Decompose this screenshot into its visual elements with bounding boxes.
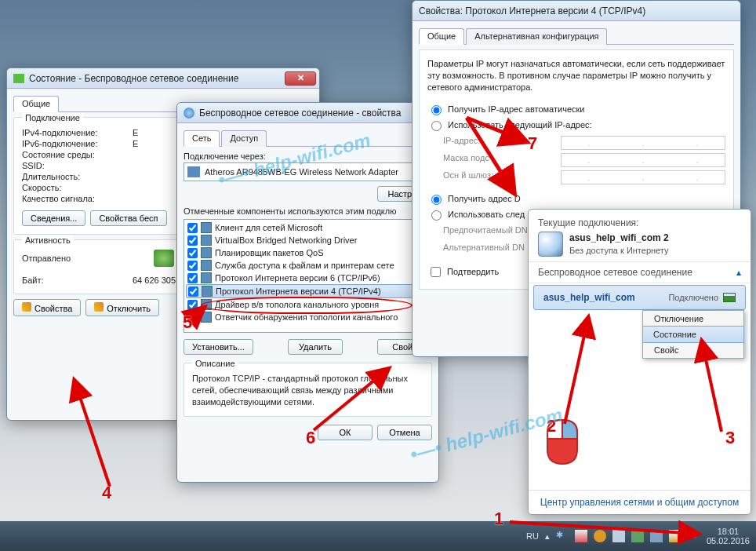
component-item[interactable]: VirtualBox Bridged Networking Driver: [186, 234, 430, 246]
updates-icon[interactable]: [594, 530, 606, 542]
bluetooth-icon[interactable]: ✱: [556, 530, 569, 542]
adapter-name: Atheros AR9485WB-EG Wireless Network Ada…: [205, 167, 398, 177]
status-row-val: Е: [133, 128, 138, 137]
component-item[interactable]: Протокол Интернета версии 4 (TCP/IPv4): [186, 284, 430, 298]
component-icon: [201, 260, 212, 271]
component-item[interactable]: Клиент для сетей Microsoft: [186, 221, 430, 234]
annot-1: 1: [494, 509, 503, 529]
radio-auto-dns[interactable]: Получить адрес D: [427, 191, 725, 206]
mask-field[interactable]: ...: [561, 153, 725, 167]
radio-manual-ip[interactable]: Использовать следующий IP-адрес:: [427, 117, 725, 133]
component-checkbox[interactable]: [187, 261, 198, 271]
radio-auto-ip[interactable]: Получить IP-адрес автоматически: [427, 101, 725, 117]
flyout-net-state: Без доступа к Интернету: [569, 245, 669, 256]
status-row-key: Состояние среды:: [22, 150, 128, 159]
wifi-bars-icon: [13, 74, 24, 83]
tool-icon[interactable]: [631, 530, 644, 542]
flyout-ssid-state: Подключено: [668, 293, 718, 302]
gateway-field[interactable]: ...: [561, 170, 725, 184]
tab-general[interactable]: Общие: [13, 96, 59, 112]
tab-tcp-alt[interactable]: Альтернативная конфигурация: [466, 28, 607, 45]
status-row-key: Скорость:: [22, 183, 128, 192]
adapter-title: Беспроводное сетевое соединение - свойст…: [199, 108, 402, 119]
remove-button[interactable]: Удалить: [288, 339, 343, 355]
component-item[interactable]: Драйвер в/в тополога канального уровня: [186, 298, 430, 311]
component-item[interactable]: Планировщик пакетов QoS: [186, 246, 430, 259]
component-checkbox[interactable]: [188, 286, 198, 297]
status-title: Состояние - Беспроводное сетевое соедине…: [29, 73, 238, 84]
component-icon: [201, 299, 212, 310]
tcp-intro: Параметры IP могут назначаться автоматич…: [427, 58, 725, 93]
component-checkbox[interactable]: [187, 300, 198, 310]
component-icon: [201, 222, 212, 233]
component-item[interactable]: Служба доступа к файлам и принтерам сете: [186, 259, 430, 272]
annot-4: 4: [102, 483, 111, 503]
label-connect-via: Подключение через:: [184, 151, 432, 161]
adapter-titlebar[interactable]: Беспроводное сетевое соединение - свойст…: [177, 103, 438, 123]
flyout-network-item[interactable]: asus_help_wifi_com Подключено: [533, 285, 746, 310]
group-connection: Подключение: [22, 113, 83, 122]
network-tray-icon[interactable]: [669, 530, 681, 542]
component-checkbox[interactable]: [187, 235, 198, 246]
wireless-props-button[interactable]: Свойства бесп: [90, 210, 166, 226]
app-icon[interactable]: [650, 530, 663, 542]
ok-button[interactable]: ОК: [318, 425, 373, 440]
description-text: Протокол TCP/IP - стандартный протокол г…: [192, 373, 423, 408]
taskbar-clock[interactable]: 18:01 05.02.2016: [707, 527, 750, 546]
power-icon[interactable]: [612, 530, 625, 542]
adapter-icon: [187, 166, 200, 177]
activity-icon: [154, 250, 174, 267]
component-checkbox[interactable]: [187, 248, 198, 258]
properties-button[interactable]: Свойства: [13, 299, 81, 316]
component-label: Клиент для сетей Microsoft: [215, 223, 322, 232]
close-button[interactable]: ✕: [285, 71, 316, 86]
annot-7: 7: [528, 133, 537, 154]
cancel-button[interactable]: Отмена: [377, 425, 432, 440]
flyout-net-name: asus_help_wifi_com 2: [569, 232, 669, 245]
component-label: Протокол Интернета версии 4 (TCP/IPv4): [216, 286, 381, 296]
flyout-link-center[interactable]: Центр управления сетями и общим доступом: [529, 490, 751, 514]
annot-3: 3: [725, 428, 735, 448]
lang-indicator[interactable]: RU: [526, 531, 539, 541]
status-row-key: Длительность:: [22, 172, 128, 181]
tcpip-titlebar[interactable]: Свойства: Протокол Интернета версии 4 (T…: [413, 1, 740, 21]
component-label: Ответчик обнаружения топологии канальног…: [215, 312, 398, 322]
annot-6: 6: [306, 428, 315, 448]
details-button[interactable]: Сведения...: [22, 210, 85, 226]
status-row-key: SSID:: [22, 161, 128, 170]
label-components: Отмеченные компоненты используются этим …: [184, 206, 432, 216]
component-icon: [201, 247, 212, 258]
tab-access[interactable]: Доступ: [221, 130, 267, 147]
component-checkbox[interactable]: [187, 273, 198, 283]
components-list[interactable]: Клиент для сетей MicrosoftVirtualBox Bri…: [184, 219, 432, 333]
install-button[interactable]: Установить...: [184, 339, 253, 355]
status-row-key: IPv6-подключение:: [22, 139, 128, 148]
menu-disconnect[interactable]: Отключение: [643, 311, 743, 327]
component-item[interactable]: Протокол Интернета версии 6 (TCP/IPv6): [186, 272, 430, 284]
flag-icon[interactable]: [575, 530, 587, 542]
tray-chevron-icon[interactable]: ▴: [545, 531, 550, 542]
flyout-heading: Текущие подключения:: [538, 217, 741, 228]
disconnect-button[interactable]: Отключить: [85, 299, 159, 316]
adapter-props-window: Беспроводное сетевое соединение - свойст…: [176, 102, 439, 483]
component-item[interactable]: Ответчик обнаружения топологии канальног…: [186, 311, 430, 323]
tab-network[interactable]: Сеть: [184, 130, 220, 147]
status-row-val: Е: [133, 139, 138, 148]
ip-field[interactable]: ...: [561, 136, 725, 150]
house-network-icon: [538, 232, 563, 257]
signal-icon: [723, 293, 736, 302]
status-titlebar[interactable]: Состояние - Беспроводное сетевое соедине…: [7, 68, 319, 89]
tab-tcp-general[interactable]: Общие: [419, 28, 464, 45]
component-label: Планировщик пакетов QoS: [215, 248, 324, 257]
menu-props[interactable]: Свойс: [643, 342, 743, 358]
status-row-key: IPv4-подключение:: [22, 128, 128, 137]
component-checkbox[interactable]: [187, 223, 198, 233]
chevron-up-icon[interactable]: ▴: [736, 267, 741, 278]
network-icon: [184, 108, 194, 119]
group-activity: Активность: [22, 235, 74, 245]
network-flyout: Текущие подключения: asus_help_wifi_com …: [528, 209, 751, 515]
component-label: Служба доступа к файлам и принтерам сете: [215, 261, 394, 270]
flyout-section: Беспроводное сетевое соединение: [538, 267, 692, 278]
volume-icon[interactable]: 🔊: [688, 530, 700, 542]
menu-status[interactable]: Состояние: [642, 326, 744, 343]
